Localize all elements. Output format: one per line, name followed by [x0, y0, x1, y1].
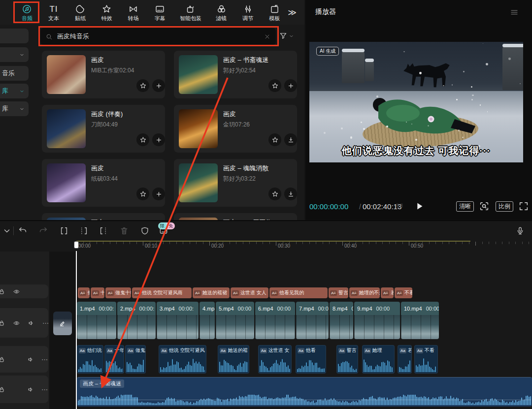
track-options-chevron-icon[interactable] — [2, 226, 12, 236]
more-options-icon[interactable]: ⋯ — [42, 319, 49, 327]
tts-audio-clip[interactable]: Aa他看 — [296, 345, 326, 374]
video-clip[interactable]: 3.mp400:00: — [157, 302, 199, 339]
clear-search-icon[interactable] — [264, 33, 271, 40]
speaker-icon[interactable] — [27, 356, 34, 363]
undo-icon[interactable] — [18, 226, 28, 236]
tts-audio-clip[interactable]: Aa她送的襦 — [218, 345, 249, 374]
download-button[interactable] — [284, 188, 297, 200]
playhead-line[interactable] — [76, 251, 77, 409]
favorite-button[interactable] — [268, 188, 281, 200]
add-to-track-button[interactable] — [284, 79, 297, 92]
music-card[interactable]: 画皮 — [42, 213, 165, 220]
text-clip[interactable]: A≡他看见我的 — [269, 287, 328, 298]
tts-audio-clip[interactable]: Aa他说 空院可避风 — [159, 345, 206, 374]
music-card[interactable]: 画皮 (Sign厚工作 — [174, 213, 297, 220]
tts-audio-clip[interactable]: Aa誓言 — [336, 345, 358, 374]
lock-icon[interactable] — [0, 386, 5, 393]
speaker-icon[interactable] — [28, 319, 35, 327]
sidebar-item-0[interactable] — [0, 29, 29, 43]
tab-templates[interactable]: 模板 — [261, 4, 288, 21]
tab-sticker[interactable]: 贴纸 — [67, 4, 94, 21]
fullscreen-icon[interactable] — [518, 201, 529, 212]
add-to-track-button[interactable] — [152, 188, 165, 200]
record-voiceover-mic-icon[interactable] — [515, 226, 525, 236]
sidebar-item-1[interactable] — [0, 47, 29, 62]
ratio-button[interactable]: 比例 — [496, 201, 513, 212]
text-clip[interactable]: A≡誓言 — [329, 287, 348, 298]
music-card[interactable]: 画皮 – 书斋魂迷郭好为02:54 — [174, 51, 297, 98]
lock-icon[interactable] — [0, 356, 5, 363]
lock-icon[interactable] — [0, 319, 5, 327]
text-clip[interactable]: A≡他说 空院可避风雨 — [132, 287, 192, 298]
favorite-button[interactable] — [136, 133, 149, 146]
split-keep-left-icon[interactable] — [99, 226, 108, 236]
tts-audio-clip[interactable]: Aa十年 — [104, 345, 124, 374]
video-clip[interactable]: 7.mp400:00 — [296, 302, 329, 339]
video-clip[interactable]: 9.mp400:00 — [354, 302, 400, 339]
tts-audio-clip[interactable]: Aa不看 — [414, 345, 438, 374]
video-clip[interactable]: 1.mp400:00: — [77, 302, 116, 339]
more-options-icon[interactable]: ⋯ — [41, 386, 48, 393]
eye-icon[interactable] — [13, 288, 20, 295]
tts-audio-clip[interactable]: Aa这世道 女 — [258, 345, 292, 374]
filter-button[interactable] — [279, 31, 294, 40]
video-clip[interactable]: 8.mp400:00 — [330, 302, 353, 339]
speaker-icon[interactable] — [27, 386, 34, 393]
sidebar-item-2[interactable]: 音乐 — [0, 66, 29, 81]
tab-transition[interactable]: 转场 — [120, 4, 147, 21]
video-clip[interactable]: 2.mp400:00: — [117, 302, 156, 339]
text-clip[interactable]: A≡她埋的不是 — [349, 287, 380, 298]
tab-captions[interactable]: 字幕 — [147, 4, 173, 21]
tts-audio-clip[interactable]: Aa若 — [398, 345, 412, 374]
music-card[interactable]: 画皮MIB工作室02:04 — [42, 51, 165, 98]
tab-filters[interactable]: 滤镜 — [208, 4, 234, 21]
more-options-icon[interactable]: ⋯ — [41, 356, 48, 363]
tab-text[interactable]: TI文本 — [40, 4, 67, 21]
video-clip[interactable]: 10.mp400:00 — [401, 302, 439, 339]
text-clip[interactable]: A≡这世道 女人 — [231, 287, 268, 298]
delete-icon[interactable] — [119, 226, 129, 236]
add-to-track-button[interactable] — [152, 133, 165, 146]
text-clip[interactable]: A≡她送的襦裙 — [193, 287, 230, 298]
timeline-ruler[interactable]: 00:0000:1000:2000:3000:4000:50 — [76, 241, 532, 252]
music-card[interactable]: 画皮金玥07:26 — [174, 105, 297, 153]
more-tabs-icon[interactable]: ≫ — [288, 7, 297, 18]
favorite-button[interactable] — [268, 79, 281, 92]
add-to-track-button[interactable] — [152, 79, 165, 92]
video-clip[interactable]: 6.mp400:00 — [255, 302, 295, 339]
preview-quality-icon[interactable] — [479, 201, 490, 212]
text-clip[interactable]: A≡十年 — [91, 287, 104, 298]
favorite-button[interactable] — [136, 188, 149, 200]
play-button[interactable] — [414, 201, 425, 212]
favorite-button[interactable] — [136, 79, 149, 92]
lock-icon[interactable] — [0, 288, 5, 295]
redo-icon[interactable] — [38, 226, 48, 236]
video-preview[interactable]: AI 生成 他们说恶鬼没有过去 可我记得··· — [309, 42, 523, 162]
video-clip[interactable]: 4.mp400:00: — [200, 302, 215, 339]
sidebar-item-3[interactable]: 库 — [0, 84, 29, 98]
music-clip[interactable]: 画皮 – 书斋魂迷 — [77, 377, 532, 407]
player-menu-icon[interactable] — [508, 8, 520, 17]
clarity-button[interactable]: 清晰 — [456, 201, 474, 212]
text-clip[interactable]: A≡不看 — [395, 287, 412, 298]
music-card[interactable]: 画皮 (伴奏)刀郎04:49 — [42, 105, 165, 153]
tab-smart-package[interactable]: 智能包装 — [173, 4, 208, 21]
video-clip[interactable]: 5.mp400:00 — [216, 302, 254, 339]
compare-view-icon[interactable] — [394, 201, 405, 212]
favorite-button[interactable] — [268, 133, 281, 146]
tts-audio-clip[interactable]: Aa他们说 — [77, 345, 103, 374]
split-keep-right-icon[interactable] — [79, 226, 89, 236]
tab-effects[interactable]: 特效 — [94, 4, 120, 21]
mask-icon[interactable] — [140, 226, 150, 236]
text-clip[interactable]: A≡若 — [381, 287, 394, 298]
tts-audio-clip[interactable]: Aa她埋 — [362, 345, 395, 374]
tab-adjust[interactable]: 调节 — [234, 4, 261, 21]
search-bar[interactable] — [40, 28, 276, 45]
playhead-handle[interactable] — [74, 241, 79, 249]
search-input[interactable] — [56, 32, 264, 41]
edit-cover-thumbnail[interactable] — [53, 312, 72, 335]
eye-icon[interactable] — [13, 319, 20, 327]
download-button[interactable] — [284, 133, 297, 146]
split-icon[interactable] — [59, 226, 69, 236]
sidebar-item-4[interactable]: 库 — [0, 101, 29, 116]
